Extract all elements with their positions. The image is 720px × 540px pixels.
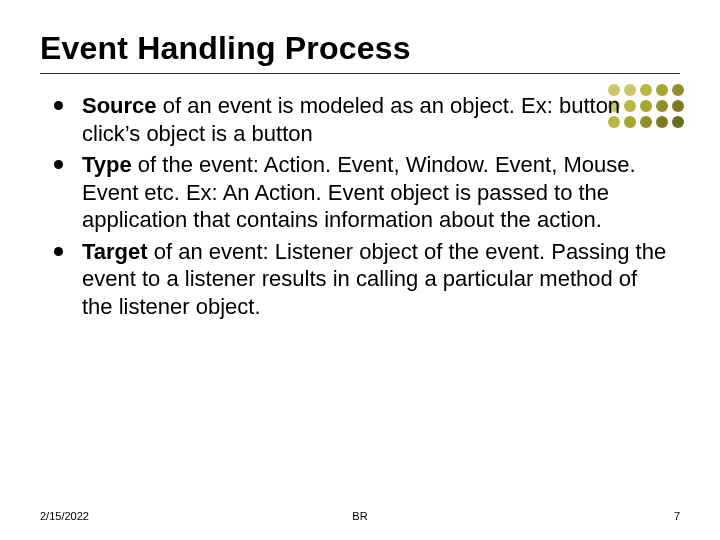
- bullet-lead: Type: [82, 152, 132, 177]
- bullet-list: Source of an event is modeled as an obje…: [40, 92, 680, 320]
- dot-icon: [672, 116, 684, 128]
- bullet-text: of the event: Action. Event, Window. Eve…: [82, 152, 636, 232]
- bullet-text: of an event: Listener object of the even…: [82, 239, 666, 319]
- list-item: Target of an event: Listener object of t…: [52, 238, 670, 321]
- list-item: Source of an event is modeled as an obje…: [52, 92, 670, 147]
- footer-center: BR: [40, 510, 680, 522]
- list-item: Type of the event: Action. Event, Window…: [52, 151, 670, 234]
- slide: Event Handling Process Source of an even…: [0, 0, 720, 540]
- bullet-lead: Source: [82, 93, 157, 118]
- slide-title: Event Handling Process: [40, 30, 680, 67]
- slide-footer: 2/15/2022 BR 7: [40, 510, 680, 522]
- bullet-lead: Target: [82, 239, 148, 264]
- bullet-text: of an event is modeled as an object. Ex:…: [82, 93, 620, 146]
- title-underline: [40, 73, 680, 74]
- dot-icon: [672, 100, 684, 112]
- dot-icon: [672, 84, 684, 96]
